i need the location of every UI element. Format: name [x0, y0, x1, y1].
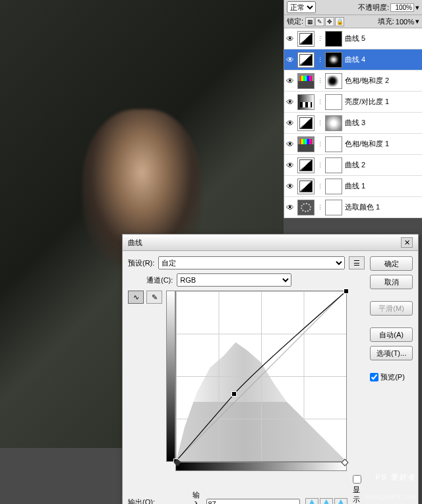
- link-icon: ⋮: [317, 120, 322, 126]
- layer-list: 👁⋮曲线 5👁⋮曲线 4👁⋮色相/饱和度 2👁⋮亮度/对比度 1👁⋮曲线 3👁⋮…: [284, 28, 422, 218]
- chevron-down-icon[interactable]: ▾: [415, 3, 419, 12]
- layer-row[interactable]: 👁⋮曲线 3: [284, 113, 422, 134]
- link-icon: ⋮: [317, 141, 322, 148]
- output-label: 输出(O):: [128, 497, 155, 504]
- layer-name: 曲线 4: [345, 55, 365, 65]
- show-clipping-checkbox[interactable]: 显示修剪(W): [353, 475, 365, 504]
- lock-position-icon[interactable]: ✥: [325, 17, 334, 26]
- visibility-icon[interactable]: 👁: [286, 76, 295, 86]
- channel-select[interactable]: RGB: [177, 273, 291, 287]
- curve-point-selected[interactable]: [231, 391, 237, 397]
- layer-mask-thumb[interactable]: [325, 157, 342, 173]
- visibility-icon[interactable]: 👁: [286, 34, 295, 43]
- eyedropper-black-icon[interactable]: 💧: [305, 498, 318, 505]
- cancel-button[interactable]: 取消: [370, 275, 413, 289]
- layer-name: 色相/饱和度 1: [345, 139, 389, 149]
- layer-row[interactable]: 👁⋮曲线 4: [284, 49, 422, 70]
- layers-panel: 正常 不透明度: 100% ▾ 锁定: ▦ ✎ ✥ 🔒 填充: 100% ▾ 👁…: [284, 0, 422, 218]
- opacity-value[interactable]: 100%: [390, 3, 414, 12]
- layer-name: 曲线 1: [345, 181, 365, 191]
- layer-row[interactable]: 👁⋮色相/饱和度 1: [284, 134, 422, 155]
- curve-tool-icon[interactable]: ∿: [128, 291, 144, 304]
- watermark-url: www.psahz.com: [365, 492, 417, 500]
- visibility-icon[interactable]: 👁: [286, 55, 295, 65]
- eyedropper-gray-icon[interactable]: 💧: [320, 498, 333, 505]
- adjustment-thumb[interactable]: [297, 52, 315, 68]
- visibility-icon[interactable]: 👁: [286, 203, 295, 212]
- preset-label: 预设(R):: [128, 258, 154, 268]
- curves-dialog: 曲线 ✕ 预设(R): 自定 ☰ 通道(C): RGB ∿ ✎: [122, 234, 419, 504]
- chevron-down-icon[interactable]: ▾: [415, 17, 419, 26]
- adjustment-thumb[interactable]: [297, 31, 315, 47]
- input-label: 输入(I):: [193, 490, 201, 505]
- layer-row[interactable]: 👁⋮曲线 1: [284, 176, 422, 197]
- layer-name: 选取颜色 1: [345, 202, 380, 212]
- layer-name: 色相/饱和度 2: [345, 76, 389, 86]
- smooth-button: 平滑(M): [370, 301, 413, 316]
- lock-row: 锁定: ▦ ✎ ✥ 🔒 填充: 100% ▾: [284, 15, 422, 28]
- layer-name: 亮度/对比度 1: [345, 97, 389, 107]
- auto-button[interactable]: 自动(A): [370, 327, 413, 342]
- link-icon: ⋮: [317, 78, 322, 84]
- link-icon: ⋮: [317, 204, 322, 211]
- layers-header: 正常 不透明度: 100% ▾: [284, 0, 422, 15]
- blend-mode-select[interactable]: 正常: [287, 1, 316, 13]
- layer-row[interactable]: 👁⋮曲线 2: [284, 155, 422, 176]
- layer-row[interactable]: 👁⋮色相/饱和度 2: [284, 70, 422, 92]
- layer-name: 曲线 5: [345, 34, 365, 43]
- curve-line: [176, 291, 346, 461]
- preset-select[interactable]: 自定: [158, 256, 345, 269]
- lock-label: 锁定:: [287, 16, 303, 26]
- layer-mask-thumb[interactable]: [325, 115, 342, 131]
- layer-mask-thumb[interactable]: [325, 94, 342, 110]
- fill-value[interactable]: 100%: [396, 18, 414, 26]
- layer-row[interactable]: 👁⋮亮度/对比度 1: [284, 92, 422, 113]
- link-icon: ⋮: [317, 36, 322, 42]
- link-icon: ⋮: [317, 183, 322, 190]
- visibility-icon[interactable]: 👁: [286, 98, 295, 107]
- lock-paint-icon[interactable]: ✎: [315, 17, 324, 26]
- channel-label: 通道(C):: [146, 275, 173, 285]
- adjustment-thumb[interactable]: [297, 136, 315, 152]
- adjustment-thumb[interactable]: [297, 115, 315, 131]
- fill-label: 填充:: [378, 16, 394, 26]
- pencil-tool-icon[interactable]: ✎: [146, 291, 162, 304]
- output-gradient: [166, 291, 175, 462]
- curve-graph[interactable]: [175, 291, 347, 462]
- adjustment-thumb[interactable]: [297, 157, 315, 173]
- dialog-title: 曲线: [128, 238, 142, 248]
- adjustment-thumb[interactable]: [297, 94, 315, 110]
- adjustment-thumb[interactable]: [297, 179, 315, 194]
- visibility-icon[interactable]: 👁: [286, 119, 295, 128]
- layer-name: 曲线 3: [345, 118, 365, 128]
- layer-mask-thumb[interactable]: [325, 52, 342, 68]
- layer-mask-thumb[interactable]: [325, 136, 342, 152]
- layer-row[interactable]: 👁⋮选取颜色 1: [284, 197, 422, 218]
- curve-point[interactable]: [344, 289, 349, 294]
- layer-name: 曲线 2: [345, 160, 365, 170]
- link-icon: ⋮: [317, 162, 322, 169]
- input-gradient: [175, 462, 347, 471]
- preview-checkbox[interactable]: 预览(P): [370, 372, 413, 382]
- link-icon: ⋮: [317, 57, 322, 63]
- opacity-label: 不透明度:: [358, 3, 389, 13]
- input-input[interactable]: [206, 499, 300, 505]
- close-icon[interactable]: ✕: [401, 237, 413, 248]
- visibility-icon[interactable]: 👁: [286, 140, 295, 149]
- adjustment-thumb[interactable]: [297, 200, 315, 215]
- lock-all-icon[interactable]: 🔒: [335, 17, 344, 26]
- eyedropper-white-icon[interactable]: 💧: [334, 498, 347, 505]
- layer-mask-thumb[interactable]: [325, 179, 342, 194]
- layer-mask-thumb[interactable]: [325, 73, 342, 89]
- lock-transparency-icon[interactable]: ▦: [305, 17, 315, 26]
- layer-row[interactable]: 👁⋮曲线 5: [284, 28, 422, 49]
- adjustment-thumb[interactable]: [297, 73, 315, 89]
- preset-menu-icon[interactable]: ☰: [349, 256, 365, 269]
- ok-button[interactable]: 确定: [370, 256, 413, 271]
- dialog-titlebar[interactable]: 曲线 ✕: [123, 235, 418, 251]
- visibility-icon[interactable]: 👁: [286, 161, 295, 170]
- layer-mask-thumb[interactable]: [325, 200, 342, 215]
- visibility-icon[interactable]: 👁: [286, 182, 295, 191]
- options-button[interactable]: 选项(T)...: [370, 346, 413, 360]
- layer-mask-thumb[interactable]: [325, 31, 342, 47]
